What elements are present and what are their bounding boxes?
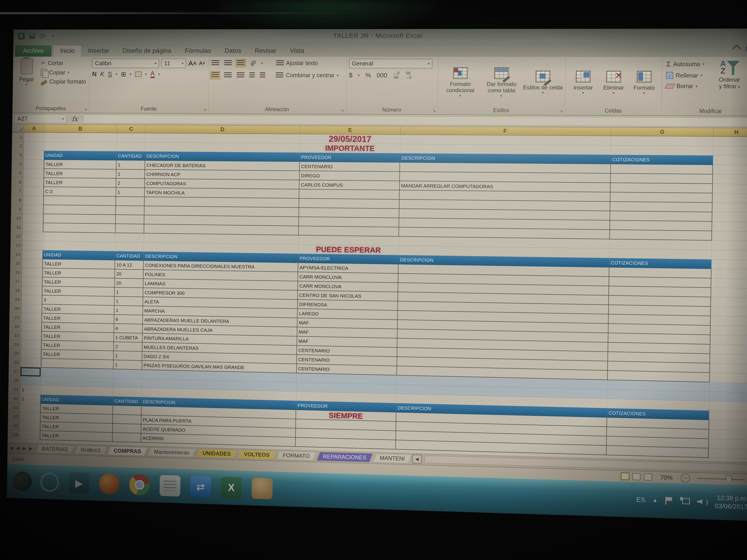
cell-E5[interactable]: DIREGO	[300, 171, 400, 181]
cell-G9[interactable]	[610, 211, 712, 222]
cell-C29[interactable]	[113, 388, 142, 397]
cell-H10[interactable]	[712, 222, 747, 232]
cell-D7[interactable]: TAPON MOCHILA	[145, 188, 300, 198]
font-color-icon[interactable]: A	[151, 70, 155, 78]
sheet-tab-mantenimiento[interactable]: Mantenimiento	[148, 447, 196, 457]
copy-button[interactable]: Copiar▾	[39, 68, 87, 77]
taskbar-icon-app[interactable]	[40, 472, 59, 492]
row-header-31[interactable]: 31	[8, 403, 20, 412]
sort-filter-button[interactable]: AZ Ordenar y filtrar ▾	[709, 59, 747, 90]
cell-C24[interactable]: 2	[114, 342, 143, 352]
row-header-2[interactable]: 2	[12, 142, 24, 151]
cell-F2[interactable]	[400, 144, 611, 155]
cell-H23[interactable]	[710, 344, 747, 355]
column-header-A[interactable]: A	[24, 125, 44, 133]
cell-G5[interactable]	[611, 174, 713, 184]
cell-H24[interactable]	[710, 354, 747, 364]
cell-C20[interactable]: 1	[114, 305, 143, 315]
speaker-icon[interactable]	[697, 497, 708, 506]
row-header-18[interactable]: 18	[10, 286, 22, 295]
cell-B21[interactable]: TALLER	[42, 314, 114, 324]
cell-H34[interactable]	[709, 448, 747, 459]
cell-F3[interactable]: DESCRIPCION	[400, 153, 611, 164]
cell-A16[interactable]	[22, 268, 42, 277]
taskbar-icon-firefox[interactable]	[99, 473, 120, 495]
ribbon-tab-insertar[interactable]: Insertar	[81, 45, 116, 57]
cell-C4[interactable]: 1	[117, 160, 145, 169]
fill-button[interactable]: ↓Rellenar▾	[665, 71, 706, 80]
ribbon-tab-fórmulas[interactable]: Fórmulas	[178, 45, 218, 57]
cell-B5[interactable]: TALLER	[44, 169, 117, 179]
row-header-23[interactable]: 23	[9, 331, 21, 340]
cell-D2[interactable]	[145, 142, 300, 153]
cell-B22[interactable]: TALLER	[42, 322, 114, 333]
cell-F1[interactable]	[400, 135, 611, 145]
cell-A5[interactable]	[23, 169, 44, 178]
cell-B7[interactable]: C-2	[44, 187, 116, 196]
row-header-9[interactable]: 9	[11, 205, 23, 214]
cell-A8[interactable]	[23, 196, 43, 205]
taskbar-clock[interactable]: 12:38 p.m. 03/06/2017	[715, 494, 747, 511]
taskbar-icon-notes[interactable]	[159, 475, 181, 497]
cell-B19[interactable]: 3	[42, 295, 114, 306]
zoom-slider-thumb[interactable]	[725, 476, 732, 484]
row-header-26[interactable]: 26	[9, 358, 21, 367]
cell-A9[interactable]	[23, 205, 43, 214]
cell-C19[interactable]: 1	[114, 297, 143, 306]
borders-icon[interactable]: ⊞	[121, 71, 126, 78]
currency-format-icon[interactable]: $	[349, 72, 353, 79]
cell-C12[interactable]	[115, 233, 144, 243]
row-header-6[interactable]: 6	[11, 178, 23, 187]
select-all-corner[interactable]	[12, 125, 24, 133]
ribbon-tab-diseño-de-página[interactable]: Diseño de página	[116, 45, 178, 57]
increase-indent-icon[interactable]	[260, 72, 265, 78]
number-format-select[interactable]: General▾	[349, 59, 433, 69]
cell-A15[interactable]	[22, 259, 42, 268]
cell-C23[interactable]: 1 CUBETA	[114, 333, 143, 343]
sheet-nav-arrows[interactable]: ◀◀▶▶	[10, 445, 33, 451]
taskbar-icon-tan[interactable]	[252, 478, 273, 500]
row-header-30[interactable]: 30	[8, 394, 20, 403]
cell-B34[interactable]: TALLER	[40, 431, 112, 442]
row-header-15[interactable]: 15	[10, 259, 22, 268]
cell-G6[interactable]	[611, 183, 713, 193]
cell-E1[interactable]: 29/05/2017	[300, 134, 400, 144]
cell-C13[interactable]	[115, 242, 144, 251]
autosum-button[interactable]: ΣAutosuma▾	[665, 59, 706, 69]
underline-button[interactable]: S	[108, 71, 112, 78]
merge-center-button[interactable]: Combinar y centrar▾	[274, 71, 340, 80]
cell-A11[interactable]	[23, 223, 43, 232]
page-layout-view-icon[interactable]	[633, 473, 641, 480]
dialog-launcher-icon[interactable]: ↘	[84, 107, 87, 112]
cell-B10[interactable]	[43, 214, 116, 224]
cell-H21[interactable]	[711, 326, 747, 336]
cell-G7[interactable]	[611, 192, 713, 203]
cell-A20[interactable]	[21, 304, 42, 314]
cell-C14[interactable]: CANTIDAD	[115, 251, 144, 261]
language-indicator[interactable]: ES	[636, 496, 645, 504]
cell-E16[interactable]: CARR MONCLOVA	[298, 272, 398, 283]
cell-A24[interactable]	[21, 340, 41, 350]
row-header-20[interactable]: 20	[9, 304, 22, 313]
cell-A7[interactable]	[23, 187, 44, 196]
cell-B15[interactable]: TALLER	[42, 259, 115, 269]
cell-H11[interactable]	[712, 231, 747, 241]
cell-A31[interactable]	[20, 403, 40, 413]
ribbon-tab-archivo[interactable]: Archivo	[15, 45, 52, 57]
dialog-launcher-icon[interactable]: ↘	[203, 107, 207, 112]
cell-H19[interactable]	[711, 307, 747, 317]
cell-A22[interactable]	[21, 322, 42, 331]
cell-G4[interactable]	[611, 164, 713, 175]
cell-E14[interactable]: PROVEEDOR	[299, 254, 399, 264]
cell-A29[interactable]: 1	[20, 385, 41, 395]
decrease-decimal-icon[interactable]: 00→0	[405, 71, 412, 79]
cell-B11[interactable]	[43, 223, 115, 233]
cell-C21[interactable]: 6	[114, 315, 143, 324]
cell-A34[interactable]	[20, 430, 40, 440]
cell-G13[interactable]	[610, 248, 712, 260]
cell-A18[interactable]	[22, 286, 42, 295]
delete-cells-button[interactable]: ✕ Eliminar▾	[598, 71, 629, 95]
column-header-G[interactable]: G	[611, 128, 714, 136]
percent-format-icon[interactable]: %	[365, 72, 371, 79]
row-header-3[interactable]: 3	[12, 151, 24, 160]
